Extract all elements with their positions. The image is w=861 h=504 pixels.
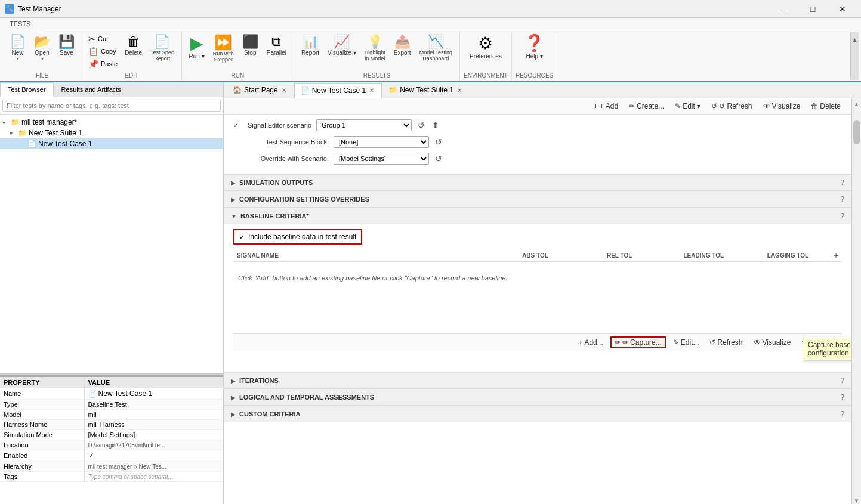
tab-test-case-1[interactable]: 📄 New Test Case 1 ✕ (294, 83, 382, 98)
filter-input[interactable] (2, 100, 221, 112)
open-button[interactable]: 📂 Open ▾ (30, 33, 54, 64)
ribbon-resources-items: ❓ Help ▾ (520, 33, 548, 70)
add-button-top[interactable]: + + Add (590, 101, 622, 112)
cut-button[interactable]: ✂ Cut (86, 33, 120, 45)
tab-start-page[interactable]: 🏠 Start Page ✕ (226, 82, 294, 98)
prop-value-name[interactable]: 📄 New Test Case 1 (84, 388, 223, 400)
prop-row-type: Type Baseline Test (0, 400, 223, 410)
scenario-select[interactable]: Group 1 (316, 119, 412, 131)
new-label: New (11, 50, 23, 56)
visualize-button-top[interactable]: 👁 Visualize (760, 101, 804, 112)
new-button[interactable]: 📄 New ▾ (6, 33, 29, 64)
scroll-up-btn[interactable]: ▲ (853, 100, 861, 109)
scroll-thumb[interactable] (853, 120, 860, 144)
report-button[interactable]: 📊 Report (298, 33, 323, 58)
ribbon-tab-tests[interactable]: TESTS (0, 18, 40, 31)
ribbon-collapse-button[interactable]: ▲ (850, 32, 859, 80)
start-page-label: Start Page (244, 86, 278, 94)
tab-test-suite-1[interactable]: 📁 New Test Suite 1 ✕ (382, 82, 470, 98)
baseline-empty-message: Click "Add" button to add an existing ba… (238, 274, 508, 282)
parallel-label: Parallel (267, 50, 286, 56)
baseline-section-header[interactable]: ▼ BASELINE CRITERIA* ? (224, 208, 851, 224)
capture-button[interactable]: ✏ ✏ Capture... (610, 336, 666, 348)
refresh-button-top[interactable]: ↺ ↺ Refresh (708, 101, 755, 112)
tab-test-browser[interactable]: Test Browser (0, 82, 54, 97)
edit-label-bottom: Edit... (681, 338, 699, 347)
export-label: Export (394, 50, 411, 56)
sim-outputs-section[interactable]: ▶ SIMULATION OUTPUTS ? (224, 174, 851, 191)
tree-icon-case1: 📄 (27, 140, 36, 148)
test-case-label: New Test Case 1 (312, 86, 366, 95)
scroll-down-btn[interactable]: ▼ (853, 496, 861, 504)
export-button[interactable]: 📤 Export (390, 33, 415, 58)
add-column-btn[interactable]: + (830, 251, 842, 260)
add-button-bottom[interactable]: + Add... (575, 337, 606, 348)
tree-arrow-root: ▾ (2, 119, 8, 126)
props-header: PROPERTY VALUE (0, 377, 223, 388)
capture-tooltip: Capture baseline data using the current … (803, 338, 851, 360)
highlight-button[interactable]: 💡 Highlightin Model (361, 33, 389, 64)
test-sequence-refresh-icon[interactable]: ↺ (434, 136, 443, 148)
tree-item-root[interactable]: ▾ 📁 mil test manager* (0, 117, 223, 128)
visualize-label-bottom: Visualize (763, 338, 791, 347)
refresh-icon-top: ↺ (711, 102, 717, 110)
tree-area: ▾ 📁 mil test manager* ▾ 📁 New Test Suite… (0, 115, 223, 373)
prop-row-simmode: Simulation Mode [Model Settings] (0, 430, 223, 440)
scenario-open-icon[interactable]: ⬆ (431, 119, 440, 131)
save-button[interactable]: 💾 Save (55, 33, 78, 58)
test-suite-label: New Test Suite 1 (400, 86, 453, 94)
parallel-button[interactable]: ⧉ Parallel (263, 33, 290, 58)
form-row-test-sequence: Test Sequence Block: [None] ↺ (233, 136, 842, 148)
custom-criteria-section[interactable]: ▶ CUSTOM CRITERIA ? (224, 406, 851, 422)
stop-button[interactable]: ⬛ Stop (239, 33, 262, 58)
preferences-button[interactable]: ⚙ Preferences (466, 33, 505, 62)
maximize-button[interactable]: □ (799, 0, 826, 18)
test-sequence-select[interactable]: [None] (334, 136, 429, 148)
ribbon: TESTS 📄 New ▾ 📂 Open ▾ 💾 Save (0, 18, 861, 82)
scenario-refresh-icon[interactable]: ↺ (416, 119, 426, 131)
app-icon: 🔧 (5, 4, 14, 14)
copy-button[interactable]: 📋 Copy (86, 45, 120, 57)
visualize-button[interactable]: 📈 Visualize ▾ (324, 33, 360, 58)
override-refresh-icon[interactable]: ↺ (434, 153, 443, 165)
results-group-label: RESULTS (363, 70, 390, 79)
sim-outputs-arrow: ▶ (231, 180, 236, 186)
prop-row-hierarchy: Hierarchy mil test manager » New Tes... (0, 462, 223, 472)
tree-item-case1[interactable]: ▾ 📄 New Test Case 1 (0, 138, 223, 149)
tab-results-artifacts[interactable]: Results and Artifacts (54, 82, 129, 97)
edit-button-top[interactable]: ✎ Edit ▾ (671, 101, 704, 112)
delete-button[interactable]: 🗑 Delete (121, 33, 146, 58)
iterations-section[interactable]: ▶ ITERATIONS ? (224, 372, 851, 389)
logical-section[interactable]: ▶ LOGICAL AND TEMPORAL ASSESSMENTS ? (224, 389, 851, 406)
help-button[interactable]: ❓ Help ▾ (520, 33, 548, 62)
create-button-top[interactable]: ✏ Create... (625, 101, 668, 112)
model-testing-button[interactable]: 📉 Model TestingDashboard (416, 33, 456, 64)
properties-table: PROPERTY VALUE Name 📄 New Test Case 1 Ty… (0, 377, 223, 482)
testspec-button[interactable]: 📄 Test SpecReport (147, 33, 178, 64)
prop-tags: Tags (0, 472, 84, 482)
test-suite-close[interactable]: ✕ (456, 87, 463, 94)
start-page-close[interactable]: ✕ (280, 87, 288, 94)
refresh-button-bottom[interactable]: ↺ Refresh (706, 337, 746, 348)
prop-harness: Harness Name (0, 420, 84, 430)
close-button[interactable]: ✕ (829, 0, 856, 18)
config-settings-section[interactable]: ▶ CONFIGURATION SETTINGS OVERRIDES ? (224, 191, 851, 208)
override-select[interactable]: [Model Settings] (334, 153, 429, 165)
scrollbar-track[interactable]: ▲ ▼ (851, 98, 861, 504)
run-stepper-button[interactable]: ⏩ Run withStepper (209, 33, 237, 65)
config-title: CONFIGURATION SETTINGS OVERRIDES (239, 196, 840, 203)
paste-button[interactable]: 📌 Paste (86, 58, 120, 70)
refresh-icon-bottom: ↺ (709, 338, 715, 347)
logical-help: ? (840, 393, 844, 401)
include-baseline-checkbox[interactable]: ✓ (239, 233, 245, 241)
prop-value-enabled[interactable]: ✓ (84, 450, 223, 462)
prop-value-tags[interactable]: Type comma or space separat... (84, 472, 223, 482)
test-case-close[interactable]: ✕ (368, 87, 375, 94)
delete-button-top[interactable]: 🗑 Delete (807, 101, 844, 112)
edit-button-bottom[interactable]: ✎ Edit... (669, 337, 703, 348)
tree-item-suite1[interactable]: ▾ 📁 New Test Suite 1 (0, 128, 223, 138)
run-button[interactable]: ▶ Run ▾ (186, 33, 208, 62)
minimize-button[interactable]: – (769, 0, 797, 18)
visualize-button-bottom[interactable]: 👁 Visualize (750, 337, 795, 348)
scenario-checkbox[interactable]: ✓ (233, 122, 243, 129)
